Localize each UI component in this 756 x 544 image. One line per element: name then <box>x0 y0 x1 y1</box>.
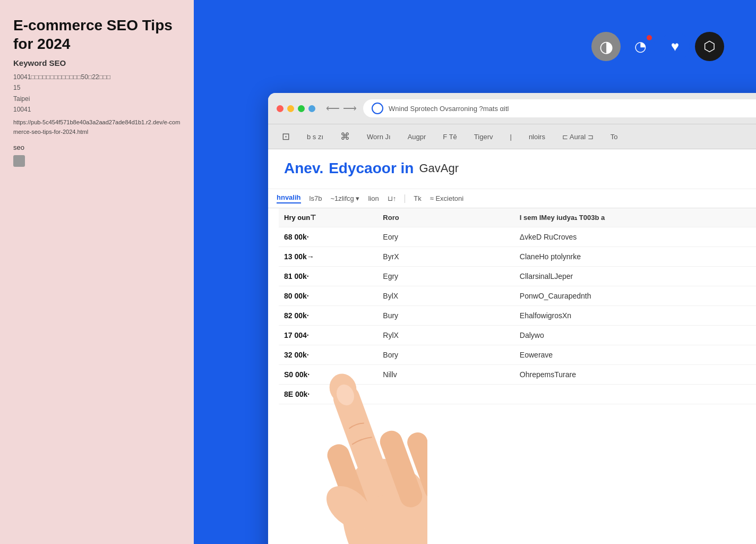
page-main-title: Anev. <box>284 160 323 177</box>
tab-icon-1[interactable]: ⊡ <box>279 129 293 144</box>
icon-3[interactable]: ♥ <box>660 32 690 61</box>
sidebar: E-commerce SEO Tips for 2024 Keyword SEO… <box>0 0 194 544</box>
cell-col3-3: PonwO_Caurapednth <box>520 292 756 300</box>
subheader-divider <box>405 194 405 203</box>
cell-col1-1: 13 00k→ <box>284 252 372 261</box>
cell-col2-2: Egry <box>383 272 509 280</box>
cell-col1-3: 80 00k· <box>284 292 372 300</box>
sidebar-meta-3: Taipei <box>13 94 181 104</box>
address-circle-icon <box>372 103 383 114</box>
browser-nav: ⟵ ⟶ <box>326 103 357 114</box>
hand-overlay <box>268 300 427 544</box>
col-header-3: I sem IMey iudya₁ T003b a <box>520 214 756 222</box>
page-header: Anev. Edycaoor in GavAgr <box>268 149 756 189</box>
cell-col3-6: Eowerave <box>520 351 756 359</box>
cell-col3-1: ClaneHo ptolynrke <box>520 252 756 261</box>
table-row[interactable]: 13 00k→ ByrX ClaneHo ptolynrke <box>279 247 756 267</box>
subheader-excietoni[interactable]: ≈ Excietoni <box>430 194 464 202</box>
page-subtitle: GavAgr <box>419 162 459 175</box>
icon-4[interactable]: ⬡ <box>695 32 724 61</box>
col-header-2: Roro <box>383 214 509 222</box>
tab-worndi[interactable]: Worn Jı <box>364 131 394 143</box>
traffic-lights <box>277 105 315 112</box>
subheader-row: hnvalih ls7b ~1zlifcg ▾ lion ⊔↑ Tk ≈ Exc… <box>268 189 756 208</box>
tab-separator: | <box>506 131 514 143</box>
cell-col2-1: ByrX <box>383 252 509 261</box>
tab-nloirs[interactable]: nloirs <box>526 131 548 143</box>
nav-back-icon[interactable]: ⟵ <box>326 103 340 114</box>
tl-extra[interactable] <box>308 105 315 112</box>
tab-b-s[interactable]: b s zı <box>304 131 327 143</box>
main-area: ◑ ◔ ♥ ⬡ ⟵ ⟶ Wnind Sprotech Ovsarroning ?… <box>194 0 756 544</box>
cell-col1-0: 68 00k· <box>284 233 372 241</box>
col-header-1: Hry oun⊤ <box>284 214 372 222</box>
tl-minimize[interactable] <box>287 105 294 112</box>
top-icons-container: ◑ ◔ ♥ ⬡ <box>591 32 724 61</box>
tab-augpr[interactable]: Augpr <box>405 131 429 143</box>
subheader-ls7b[interactable]: ls7b <box>310 194 322 202</box>
nav-forward-icon[interactable]: ⟶ <box>343 103 357 114</box>
tab-cmd[interactable]: ⌘ <box>337 129 353 144</box>
cell-col3-4: EhalfowigrosXn <box>520 311 756 320</box>
subheader-hnvalih[interactable]: hnvalih <box>277 193 301 203</box>
subheader-tk[interactable]: Tk <box>414 194 421 202</box>
address-text: Wnind Sprotech Ovsarroning ?mats αitl <box>389 105 756 113</box>
icon-1[interactable]: ◑ <box>591 32 621 61</box>
subheader-lion[interactable]: lion <box>368 194 379 202</box>
sidebar-meta-4: 10041 <box>13 104 181 115</box>
table-row[interactable]: 68 00k· Eory ΔvkeD RuCroves <box>279 227 756 247</box>
tl-fullscreen[interactable] <box>298 105 305 112</box>
browser-address-bar[interactable]: Wnind Sprotech Ovsarroning ?mats αitl <box>363 99 756 117</box>
table-row[interactable]: 81 00k· Egry CllarsinalLJeper <box>279 267 756 286</box>
tab-to[interactable]: To <box>607 131 621 143</box>
cell-col3-7: OhrepemsTurare <box>520 370 756 379</box>
tab-aural[interactable]: ⊏ Aural ⊐ <box>559 131 597 143</box>
sidebar-url: https://pub-5c454f571b8e40a3a2aad27ade84… <box>13 117 181 137</box>
icon-2[interactable]: ◔ <box>626 32 655 61</box>
tl-close[interactable] <box>277 105 284 112</box>
page-title-area: Anev. Edycaoor in GavAgr <box>284 160 756 177</box>
cell-col2-3: BylX <box>383 292 509 300</box>
sidebar-subtitle: Keyword SEO <box>13 58 181 67</box>
tab-tigerv[interactable]: Tigerv <box>471 131 496 143</box>
sidebar-meta-1: 10041□□□□□□□□□□□□□50□22□□□ <box>13 72 181 82</box>
sidebar-tag: seo <box>13 143 24 151</box>
subheader-filter[interactable]: ~1zlifcg ▾ <box>330 194 359 202</box>
table-header-row: Hry oun⊤ Roro I sem IMey iudya₁ T003b a <box>279 208 756 227</box>
sidebar-tag-icon <box>13 155 25 167</box>
cell-col1-2: 81 00k· <box>284 272 372 280</box>
cell-col3-5: Dalywo <box>520 331 756 339</box>
sidebar-title: E-commerce SEO Tips for 2024 <box>13 16 181 53</box>
browser-tabs: ⊡ b s zı ⌘ Worn Jı Augpr F Tē Tigerv | n… <box>268 124 756 149</box>
browser-window: ⟵ ⟶ Wnind Sprotech Ovsarroning ?mats αit… <box>268 93 756 544</box>
cell-col3-2: CllarsinalLJeper <box>520 272 756 280</box>
page-title-colored: Edycaoor in <box>329 160 414 177</box>
cell-col2-0: Eory <box>383 233 509 241</box>
notification-dot <box>646 35 652 41</box>
browser-chrome: ⟵ ⟶ Wnind Sprotech Ovsarroning ?mats αit… <box>268 93 756 124</box>
tab-te[interactable]: F Tē <box>440 131 460 143</box>
sidebar-meta-2: 15 <box>13 82 181 93</box>
subheader-action[interactable]: ⊔↑ <box>388 194 397 202</box>
cell-col3-0: ΔvkeD RuCroves <box>520 233 756 241</box>
